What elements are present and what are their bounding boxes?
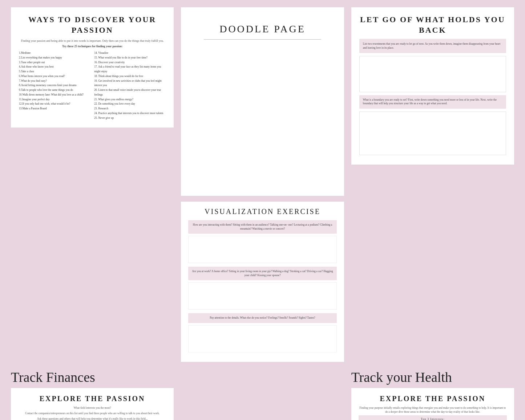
- passion-subtitle: Finding your passion and being able to p…: [19, 39, 166, 43]
- techniques-grid: 1.Meditate 2.List everything that makes …: [19, 51, 166, 120]
- technique-25: 25. Never give up: [94, 116, 166, 121]
- technique-19: 19. Get involved in new activities or cl…: [94, 79, 166, 88]
- viz-prompt-1: How are you interacting with them? Sitti…: [188, 220, 336, 234]
- viz-prompt-2: Are you at work? A home office? Sitting …: [188, 267, 336, 280]
- letgo-write-2[interactable]: [359, 112, 506, 155]
- technique-15: 15. What would you like to do in your fr…: [94, 56, 166, 60]
- technique-12: 12.If you only had one wish, what would …: [19, 102, 90, 106]
- doodle-drawing-area[interactable]: [189, 43, 336, 189]
- technique-17: 17. Ask a friend to read your face as th…: [94, 65, 166, 74]
- letgo-prompt-1: List two resentments that you are ready …: [359, 39, 506, 53]
- page: WAYS TO DISCOVER YOUR PASSION Finding yo…: [0, 0, 525, 420]
- explore-left-sub2: Contact the companies/entrepreneurs on t…: [18, 411, 166, 415]
- technique-7: 7.What do you find easy?: [19, 79, 90, 84]
- technique-6: 6.What Items interest you when you read?: [19, 74, 90, 79]
- viz-write-3[interactable]: [188, 325, 336, 352]
- passion-subtitle-bold: Try these 25 techniques for finding your…: [19, 45, 166, 48]
- technique-14: 14. Visualize: [94, 51, 166, 56]
- technique-24: 24. Practice anything that interests you…: [94, 111, 166, 116]
- technique-18: 18. Think about things you would do for …: [94, 74, 166, 79]
- technique-20: 20. Listen to that small voice inside yo…: [94, 88, 166, 97]
- visualization-card: VISUALIZATION EXERCISE How are you inter…: [181, 202, 344, 362]
- health-label: Track your Health: [351, 369, 514, 385]
- technique-16: 16. Discover your creativity: [94, 60, 166, 65]
- interests-box: Top 3 Interests:: [359, 415, 507, 420]
- techniques-right: 14. Visualize 15. What would you like to…: [94, 51, 166, 120]
- technique-9: 9.Talk to people who love the same thing…: [19, 88, 90, 93]
- explore-right-card: EXPLORE THE PASSION Finding your purpose…: [351, 388, 514, 420]
- technique-8: 8.Avoid letting monetary concerns limit …: [19, 83, 90, 88]
- explore-left-sub3: Ask these questions and others that will…: [18, 417, 166, 420]
- letgo-title: LET GO OF WHAT HOLDS YOU BACK: [359, 15, 506, 35]
- letgo-write-1[interactable]: [359, 56, 506, 92]
- explore-left-sub1: What field interests you the most?: [18, 406, 166, 410]
- technique-22: 22. Do something you love every day: [94, 102, 166, 106]
- explore-right-title: EXPLORE THE PASSION: [359, 395, 507, 403]
- technique-23: 23. Research: [94, 106, 166, 111]
- explore-right-sub: Finding your purpose initially entails e…: [359, 406, 507, 414]
- viz-write-1[interactable]: [188, 236, 336, 263]
- doodle-title: DOODLE PAGE: [189, 15, 336, 39]
- technique-11: 11.Imagine your perfect day: [19, 97, 90, 102]
- technique-5: 5.Take a class: [19, 69, 90, 74]
- doodle-divider: [204, 39, 321, 40]
- technique-3: 3.Tune other people out: [19, 60, 90, 65]
- passion-card: WAYS TO DISCOVER YOUR PASSION Finding yo…: [11, 7, 174, 128]
- technique-4: 4.Ask those who know you best: [19, 65, 90, 69]
- letgo-prompt-2: What is a boundary you are ready to set?…: [359, 95, 506, 109]
- techniques-left: 1.Meditate 2.List everything that makes …: [19, 51, 90, 120]
- passion-title: WAYS TO DISCOVER YOUR PASSION: [19, 15, 166, 35]
- finances-label: Track Finances: [11, 369, 174, 385]
- explore-left-title: EXPLORE THE PASSION: [18, 395, 166, 403]
- technique-2: 2.List everything that makes you happy: [19, 56, 90, 60]
- technique-21: 21. What gives you endless energy?: [94, 97, 166, 102]
- letgo-card: LET GO OF WHAT HOLDS YOU BACK List two r…: [351, 7, 514, 165]
- technique-10: 10.Walk down memory lane: What did you l…: [19, 93, 90, 97]
- explore-left-card: EXPLORE THE PASSION What field interests…: [11, 388, 174, 420]
- viz-write-2[interactable]: [188, 282, 336, 310]
- technique-13: 13.Make a Passion Board: [19, 106, 90, 111]
- viz-prompt-3: Pay attention to the details. What else …: [188, 313, 336, 323]
- doodle-card: DOODLE PAGE: [181, 7, 344, 196]
- viz-title: VISUALIZATION EXERCISE: [188, 207, 336, 216]
- technique-1: 1.Meditate: [19, 51, 90, 56]
